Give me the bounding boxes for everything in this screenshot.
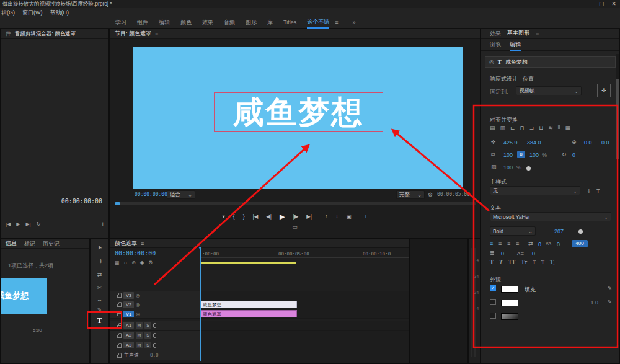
subtab-browse[interactable]: 浏览 — [490, 41, 501, 49]
tab-info[interactable]: 信息 — [6, 239, 17, 249]
align-bottom-icon[interactable]: ⊔ — [539, 125, 543, 131]
align-left-icon[interactable]: ▤ — [490, 125, 495, 131]
pin-preview-button[interactable]: ✛ — [597, 84, 611, 97]
playhead-marker[interactable]: ▼ — [198, 246, 203, 251]
pin-to-dropdown[interactable]: 视频帧 ⌄ — [516, 86, 582, 95]
program-monitor-tab[interactable]: 节目: 颜色遮罩 — [115, 30, 151, 38]
track-target-v2[interactable]: V2 — [123, 301, 134, 308]
anchor-y-value[interactable]: 0.0 — [601, 140, 609, 146]
lock-icon[interactable] — [117, 335, 122, 338]
voiceover-record-icon[interactable] — [153, 323, 156, 328]
add-track-icon[interactable]: + — [101, 220, 105, 228]
tracking-value[interactable]: 0 — [538, 241, 541, 247]
play-icon[interactable]: ▶ — [16, 221, 20, 227]
all-caps-button[interactable]: TT — [508, 259, 516, 265]
mute-button[interactable]: M — [136, 332, 143, 339]
workspace-tab-custom[interactable]: 这个不错 — [307, 17, 329, 29]
slider-knob[interactable] — [578, 229, 583, 234]
track-output-icon[interactable]: ◎ — [136, 293, 140, 298]
tab-effects[interactable]: 效果 — [490, 30, 501, 38]
close-button[interactable]: ✕ — [609, 1, 619, 7]
master-track-level[interactable]: 0.0 — [150, 352, 159, 358]
workspace-tab-graphics[interactable]: 图形 — [246, 19, 257, 27]
button-editor-icon[interactable]: + — [365, 213, 368, 220]
panel-menu-icon[interactable]: ≡ — [536, 31, 539, 37]
pen-tool[interactable]: ✎ — [91, 307, 108, 313]
audio-clip-mixer-tab[interactable]: 音频剪辑混合器: 颜色遮罩 — [15, 30, 76, 38]
eg-scrollbar[interactable] — [616, 54, 619, 345]
track-lane-a1[interactable] — [200, 321, 409, 331]
tab-history[interactable]: 历史记 — [43, 240, 60, 248]
lock-icon[interactable] — [117, 345, 122, 348]
track-target-v3[interactable]: V3 — [123, 292, 134, 299]
menu-help[interactable]: 帮助(H) — [50, 9, 69, 17]
align-v-center-icon[interactable]: ⊐ — [529, 125, 534, 131]
add-marker-icon[interactable]: ▾ — [223, 213, 225, 220]
align-text-left-button[interactable]: ≡ — [490, 241, 493, 247]
track-lane-a2[interactable] — [200, 331, 409, 340]
workspace-tab-assembly[interactable]: 组件 — [137, 19, 148, 27]
workspace-tab-learn[interactable]: 学习 — [115, 19, 126, 27]
panel-menu-icon[interactable]: ≡ — [155, 31, 158, 37]
eyedropper-icon[interactable]: ✎ — [607, 299, 612, 305]
track-target-a3[interactable]: A3 — [123, 342, 134, 348]
tab-markers[interactable]: 标记 — [24, 240, 35, 248]
go-to-out-icon[interactable]: ▶| — [306, 213, 312, 220]
type-tool[interactable]: T — [91, 316, 108, 326]
track-target-a2[interactable]: A2 — [123, 332, 134, 339]
align-right-icon[interactable]: ⊏ — [510, 125, 515, 131]
panel-menu-icon[interactable]: ≡ — [141, 241, 144, 247]
position-x-value[interactable]: 425.9 — [503, 140, 518, 146]
nest-icon[interactable]: ▦ — [115, 260, 120, 265]
timeline-timecode[interactable]: 00:00:00:00 — [115, 250, 156, 257]
align-text-justify-button[interactable]: ≡ — [516, 241, 519, 247]
extract-icon[interactable]: ↓ — [335, 213, 338, 220]
align-grid-icon[interactable]: ▦ — [565, 125, 571, 131]
leading-value[interactable]: 400 — [572, 240, 588, 247]
voiceover-record-icon[interactable] — [153, 343, 156, 348]
lock-icon[interactable] — [117, 304, 122, 307]
zoom-level-dropdown[interactable]: 适合 ⌄ — [167, 190, 195, 199]
track-lane-v2[interactable]: 咸鱼梦想 — [200, 300, 409, 309]
step-back-icon[interactable]: ◀| — [266, 213, 272, 220]
superscript-button[interactable]: T — [533, 260, 536, 265]
align-text-right-button[interactable]: ≡ — [507, 241, 510, 247]
fill-color-swatch[interactable] — [501, 286, 518, 293]
subtab-edit[interactable]: 编辑 — [510, 39, 521, 51]
mute-button[interactable]: M — [136, 322, 143, 329]
font-weight-dropdown[interactable]: Bold ⌄ — [490, 226, 536, 236]
export-frame-icon[interactable]: ▣ — [346, 213, 351, 220]
clip-graphic[interactable]: 咸鱼梦想 — [200, 301, 297, 308]
tab-essential-graphics[interactable]: 基本图形 — [507, 29, 529, 39]
go-to-out-icon[interactable]: ▶| — [25, 221, 30, 227]
workspace-tab-effects[interactable]: 效果 — [202, 19, 213, 27]
menu-edit[interactable]: 辑(G) — [1, 9, 15, 17]
maximize-button[interactable]: ▢ — [596, 1, 606, 7]
loop-icon[interactable]: ↻ — [37, 221, 41, 227]
stroke-color-swatch[interactable] — [501, 300, 518, 306]
baseline-shift-value[interactable]: 0 — [501, 251, 504, 257]
go-to-in-icon[interactable]: |◀ — [6, 221, 11, 227]
preview-title-text[interactable]: 咸鱼梦想 — [215, 93, 383, 131]
lock-icon[interactable] — [117, 313, 122, 316]
program-playhead[interactable] — [115, 202, 120, 205]
workspace-menu-icon[interactable]: ≡ — [335, 19, 338, 25]
mark-out-icon[interactable]: } — [243, 213, 245, 220]
track-target-v1[interactable]: V1 — [123, 311, 134, 317]
tsume-value[interactable]: 0 — [532, 251, 535, 257]
shadow-checkbox[interactable] — [490, 313, 496, 319]
opacity-value[interactable]: 100 — [503, 164, 513, 171]
solo-button[interactable]: S — [144, 322, 151, 329]
rotation-value[interactable]: 0 — [572, 152, 575, 158]
distribute-h-icon[interactable]: ≋ — [548, 125, 553, 131]
push-style-icon[interactable]: ↧ — [587, 188, 591, 194]
master-style-dropdown[interactable]: 无 ⌄ — [490, 186, 580, 195]
align-text-center-button[interactable]: ≡ — [498, 241, 502, 247]
track-output-icon[interactable]: ◎ — [136, 311, 140, 317]
align-top-icon[interactable]: ⊓ — [520, 125, 525, 131]
scale-edit-field[interactable]: 8 — [517, 151, 525, 158]
ripple-edit-tool[interactable]: ⇄ — [91, 272, 108, 278]
clip-color-matte[interactable]: 颜色遮罩 — [200, 310, 297, 317]
track-select-forward-tool[interactable]: ⇉ — [91, 258, 108, 264]
drag-video-icon[interactable]: ▭ — [110, 224, 480, 230]
